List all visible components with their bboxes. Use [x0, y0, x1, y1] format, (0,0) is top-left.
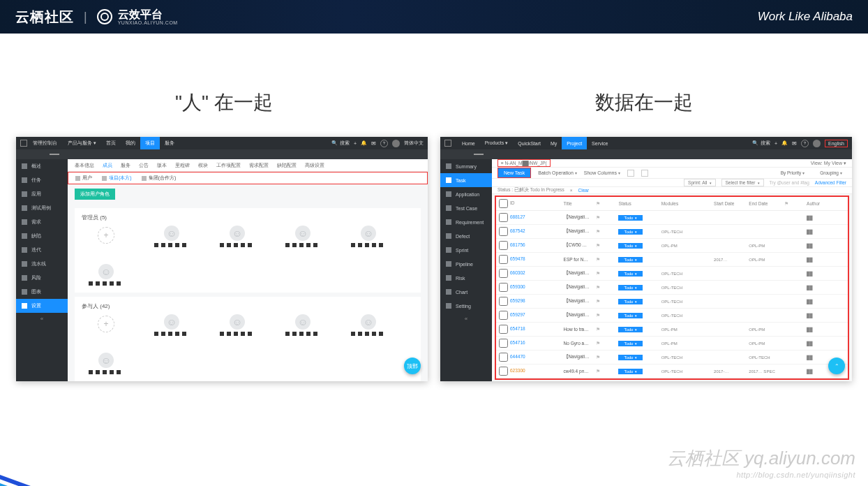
flag-cell[interactable]: ⚑ — [593, 211, 615, 225]
message-icon[interactable] — [792, 140, 797, 147]
column-header[interactable]: End Date — [746, 197, 781, 211]
flag-cell[interactable]: ⚑ — [593, 281, 615, 295]
app-logo-icon[interactable] — [20, 140, 27, 147]
sidebar-item[interactable]: Setting — [440, 299, 492, 313]
sidebar-item[interactable]: Requirement — [440, 215, 492, 229]
column-header[interactable]: ⚑ — [593, 197, 615, 211]
status-cell[interactable]: Todo — [615, 337, 658, 351]
sidebar-item[interactable]: 设置 — [16, 299, 68, 313]
status-cell[interactable]: Todo — [615, 281, 658, 295]
column-header[interactable]: Title — [561, 197, 593, 211]
task-id[interactable]: 659300 — [496, 281, 561, 295]
nav-item[interactable]: 首页 — [101, 137, 121, 149]
status-cell[interactable]: Todo — [615, 239, 658, 253]
add-member[interactable]: + — [82, 314, 130, 336]
board-view-icon[interactable] — [641, 170, 648, 177]
task-id[interactable]: 659298 — [496, 295, 561, 309]
task-id[interactable]: 659478 — [496, 253, 561, 267]
new-task-button[interactable]: New Task — [497, 168, 531, 178]
task-id[interactable]: 623300 — [496, 364, 561, 378]
message-icon[interactable] — [371, 140, 376, 147]
sidebar-item[interactable]: Defect — [440, 229, 492, 243]
row-checkbox[interactable] — [499, 339, 508, 348]
task-row[interactable]: 659297【Navigation Technical Meeting】Abou… — [496, 309, 848, 323]
scroll-top-fab[interactable]: ⌃ — [828, 358, 845, 374]
member-card[interactable] — [147, 314, 196, 336]
nav-item[interactable]: My — [546, 137, 562, 149]
task-title[interactable]: 【Navigation Technical Meeting】How Diagno… — [561, 225, 593, 239]
nav-item[interactable]: 产品与服务 ▾ — [63, 137, 101, 149]
flag-cell[interactable]: ⚑ — [593, 351, 615, 364]
nav-item[interactable]: Service — [587, 137, 613, 149]
nav-item[interactable]: QuickStart — [513, 137, 546, 149]
app-logo-icon[interactable] — [444, 140, 451, 147]
row-checkbox[interactable] — [499, 213, 508, 222]
member-card[interactable] — [344, 226, 393, 247]
task-row[interactable]: 659300【Navigation Technical Meeting】Day … — [496, 281, 848, 295]
sub-tab[interactable]: 缺陷配置 — [277, 162, 297, 169]
task-title[interactable]: No Gyro and Accelerator in ██ — [561, 337, 593, 351]
view-selector[interactable]: View: My View ▾ — [811, 161, 846, 166]
nav-item[interactable]: Products ▾ — [480, 137, 514, 149]
column-header[interactable]: Start Date — [711, 197, 746, 211]
flag-cell[interactable]: ⚑ — [593, 364, 615, 378]
nav-item[interactable]: 我的 — [121, 137, 140, 149]
row-checkbox[interactable] — [499, 269, 508, 278]
sidebar-item[interactable]: 迭代 — [16, 243, 68, 257]
sub-tab[interactable]: 基本信息 — [75, 162, 94, 169]
flag-cell[interactable]: ⚑ — [593, 309, 615, 323]
sidebar-item[interactable]: 任务 — [16, 173, 68, 187]
sidebar-item[interactable]: Risk — [440, 271, 492, 285]
task-row[interactable]: 687542【Navigation Technical Meeting】How … — [496, 225, 848, 239]
member-card[interactable] — [82, 264, 130, 286]
status-cell[interactable]: Todo — [615, 253, 658, 267]
sidebar-item[interactable]: Sprint — [440, 243, 492, 257]
row-checkbox[interactable] — [499, 255, 508, 264]
sidebar-item[interactable]: 应用 — [16, 187, 68, 201]
show-columns-dropdown[interactable]: Show Columns — [584, 170, 620, 175]
bell-icon[interactable] — [361, 140, 367, 146]
flag-cell[interactable]: ⚑ — [593, 225, 615, 239]
task-id[interactable]: 654718 — [496, 323, 561, 337]
task-title[interactable]: How to track functions via fine spec ⊕ — [561, 323, 593, 337]
flag-cell[interactable]: ⚑ — [593, 323, 615, 337]
status-cell[interactable]: Todo — [615, 309, 658, 323]
task-title[interactable]: 【Navigation Technical Meeting】Day and ni… — [561, 281, 593, 295]
nav-item[interactable]: Project — [562, 137, 587, 149]
task-title[interactable]: 【Navigation Technical Meeting】Confirm th… — [561, 267, 593, 281]
collapse-sidebar[interactable]: « — [440, 313, 492, 324]
column-header[interactable]: Modules — [659, 197, 711, 211]
collapse-sidebar[interactable]: « — [16, 313, 68, 324]
sub-tab[interactable]: 工作项配置 — [216, 162, 241, 169]
nav-item[interactable]: 服务 — [160, 137, 179, 149]
task-title[interactable]: 【Navigation Technical Meeting】Input meth… — [561, 351, 593, 364]
task-id[interactable]: 660302 — [496, 267, 561, 281]
task-row[interactable]: 654716No Gyro and Accelerator in ██ ⚑Tod… — [496, 337, 848, 351]
row-checkbox[interactable] — [499, 297, 508, 306]
task-row[interactable]: 654718How to track functions via fine sp… — [496, 323, 848, 337]
member-mode[interactable]: 用户 — [75, 175, 92, 182]
user-avatar[interactable] — [813, 140, 821, 147]
clear-filters-link[interactable]: Clear — [578, 188, 590, 193]
member-card[interactable] — [147, 226, 196, 247]
row-checkbox[interactable] — [499, 325, 508, 334]
sidebar-item[interactable]: Summary — [440, 159, 492, 173]
status-cell[interactable]: Todo — [615, 323, 658, 337]
nav-item[interactable]: Home — [457, 137, 480, 149]
flag-cell[interactable]: ⚑ — [593, 267, 615, 281]
select-filter[interactable]: Select the filter — [721, 179, 764, 186]
advanced-filter-link[interactable]: Advanced Filter — [815, 180, 846, 185]
status-cell[interactable]: Todo — [615, 267, 658, 281]
task-id[interactable]: 654716 — [496, 337, 561, 351]
sidebar-item[interactable]: 缺陷 — [16, 229, 68, 243]
flag-cell[interactable]: ⚑ — [593, 239, 615, 253]
sidebar-item[interactable]: Test Case — [440, 201, 492, 215]
user-avatar[interactable] — [392, 140, 400, 147]
column-header[interactable]: Author — [804, 197, 848, 211]
sidebar-item[interactable]: Pipeline — [440, 257, 492, 271]
sidebar-item[interactable]: 需求 — [16, 215, 68, 229]
sub-tab[interactable]: 里程碑 — [175, 162, 190, 169]
status-cell[interactable]: Todo — [615, 225, 658, 239]
task-row[interactable]: 688127【Navigation Technical Meeting】ASR … — [496, 211, 848, 225]
task-row[interactable]: 681756【CW50 WM ██ ██ ⚑TodoOPL-PMOPL-PM██ — [496, 239, 848, 253]
